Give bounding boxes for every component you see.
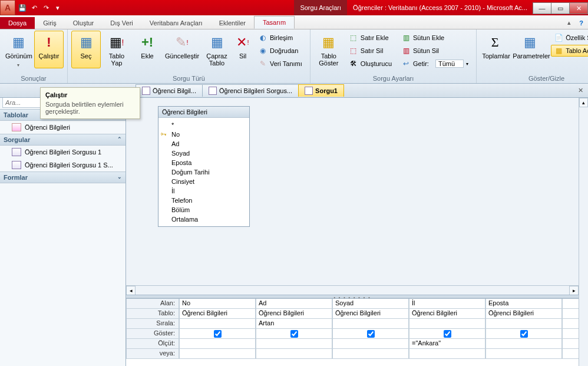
qbe-cell[interactable] [332, 339, 409, 349]
tab-design[interactable]: Tasarım [254, 16, 295, 29]
property-sheet-button[interactable]: 📄Özellik Sayfası [551, 32, 588, 44]
field-star[interactable]: * [171, 120, 249, 130]
update-button[interactable]: ✎! Güncelleştir [163, 31, 201, 68]
pane-splitter[interactable]: • • • • • • • • [126, 295, 579, 299]
qbe-cell[interactable] [562, 299, 579, 309]
field-item[interactable]: İl [171, 186, 249, 196]
qbe-cell[interactable]: Öğrenci Bilgileri [332, 309, 409, 319]
delete-query-button[interactable]: ✕! Sil [233, 31, 253, 68]
show-checkbox[interactable] [290, 330, 298, 338]
qbe-cell[interactable] [485, 349, 562, 359]
nav-item-query[interactable]: Öğrenci Bilgileri Sorgusu 1 S... [0, 159, 125, 172]
vertical-scrollbar[interactable]: ▴ [579, 98, 588, 366]
field-item[interactable]: Ortalama [171, 215, 249, 224]
insert-columns-button[interactable]: ▥Sütun Ekle [398, 32, 471, 44]
field-item[interactable]: No [171, 130, 249, 139]
qbe-cell[interactable] [562, 349, 579, 359]
qbe-cell[interactable] [256, 339, 332, 349]
table-names-button[interactable]: ▦Tablo Adları [551, 45, 588, 57]
qbe-cell[interactable] [562, 329, 579, 339]
scroll-up-icon[interactable]: ▴ [579, 98, 588, 107]
crosstab-button[interactable]: ▦ Çapraz Tablo [202, 31, 232, 68]
minimize-ribbon-icon[interactable]: ▴ [564, 17, 574, 29]
show-checkbox[interactable] [214, 330, 222, 338]
append-button[interactable]: +! Ekle [133, 31, 162, 68]
field-item[interactable]: Eposta [171, 158, 249, 167]
qbe-cell[interactable] [409, 349, 485, 359]
qbe-cell[interactable] [332, 319, 409, 329]
qbe-cell[interactable]: ="Ankara" [409, 339, 485, 349]
nav-group-forms[interactable]: Formlar⌄ [0, 172, 125, 183]
delete-rows-button[interactable]: ⬚Satır Sil [346, 45, 395, 57]
minimize-button[interactable]: — [533, 2, 551, 14]
field-item[interactable]: Doğum Tarihi [171, 167, 249, 177]
field-item[interactable]: Ad [171, 139, 249, 149]
qbe-cell[interactable]: İl [409, 299, 485, 309]
tab-create[interactable]: Oluştur [65, 17, 102, 29]
qbe-cell[interactable]: Öğrenci Bilgileri [179, 309, 256, 319]
collapse-icon[interactable]: ⌃ [117, 136, 122, 143]
qbe-cell[interactable] [256, 329, 332, 339]
passthrough-button[interactable]: ◉Doğrudan [255, 45, 305, 57]
doc-tab[interactable]: Öğrenci Bilgileri Sorgus... [202, 84, 299, 97]
field-item[interactable]: Telefon [171, 196, 249, 205]
maximize-button[interactable]: ▭ [551, 2, 570, 14]
qbe-cell[interactable] [179, 319, 256, 329]
qbe-cell[interactable] [485, 329, 562, 339]
qbe-cell[interactable] [409, 319, 485, 329]
qbe-cell[interactable] [485, 319, 562, 329]
horizontal-scrollbar[interactable]: ◂ ▸ [126, 285, 579, 295]
field-item[interactable]: Soyad [171, 149, 249, 158]
nav-item-table[interactable]: Öğrenci Bilgileri [0, 121, 125, 134]
file-tab[interactable]: Dosya [0, 17, 35, 29]
qbe-cell[interactable] [332, 349, 409, 359]
show-checkbox[interactable] [520, 330, 528, 338]
run-button[interactable]: ! Çalıştır [34, 31, 64, 68]
field-item[interactable]: Bölüm [171, 205, 249, 215]
doc-tab-active[interactable]: Sorgu1 [298, 84, 344, 97]
qbe-cell[interactable] [179, 339, 256, 349]
qbe-cell[interactable] [562, 309, 579, 319]
qbe-cell[interactable] [332, 329, 409, 339]
redo-icon[interactable] [41, 3, 51, 12]
qbe-cell[interactable]: Artan [256, 319, 332, 329]
qbe-cell[interactable] [562, 339, 579, 349]
qbe-cell[interactable] [485, 339, 562, 349]
qbe-cell[interactable]: Öğrenci Bilgileri [485, 309, 562, 319]
totals-button[interactable]: Σ Toplamlar [480, 31, 510, 68]
select-query-button[interactable]: ▦ Seç [71, 31, 101, 68]
insert-rows-button[interactable]: ⬚Satır Ekle [346, 32, 395, 44]
show-table-button[interactable]: ▦ Tablo Göster [314, 31, 343, 68]
union-button[interactable]: ◐Birleşim [255, 32, 305, 44]
nav-group-queries[interactable]: Sorgular⌃ [0, 134, 125, 146]
qbe-cell[interactable] [179, 329, 256, 339]
qat-customize-icon[interactable]: ▾ [53, 3, 62, 12]
qbe-cell[interactable] [409, 329, 485, 339]
expand-icon[interactable]: ⌄ [117, 174, 122, 181]
table-pane[interactable]: Öğrenci Bilgileri * No Ad Soyad Eposta D… [126, 98, 588, 295]
nav-item-query[interactable]: Öğrenci Bilgileri Sorgusu 1 [0, 146, 125, 159]
builder-button[interactable]: 🛠Oluşturucu [346, 58, 395, 70]
data-definition-button[interactable]: ✎Veri Tanımı [255, 58, 305, 70]
qbe-cell[interactable] [256, 349, 332, 359]
qbe-cell[interactable]: No [179, 299, 256, 309]
tab-database-tools[interactable]: Veritabanı Araçları [141, 17, 211, 29]
scroll-left-icon[interactable]: ◂ [126, 286, 136, 295]
tab-home[interactable]: Giriş [35, 17, 65, 29]
qbe-cell[interactable]: Eposta [485, 299, 562, 309]
qbe-cell[interactable] [562, 319, 579, 329]
doc-tab[interactable]: Öğrenci Bilgil... [136, 84, 203, 97]
field-list[interactable]: Öğrenci Bilgileri * No Ad Soyad Eposta D… [158, 106, 250, 227]
make-table-button[interactable]: ▦! Tablo Yap [102, 31, 131, 68]
qbe-cell[interactable]: Öğrenci Bilgileri [256, 309, 332, 319]
undo-icon[interactable] [29, 3, 39, 12]
close-button[interactable]: ✕ [569, 2, 588, 14]
qbe-cell[interactable]: Ad [256, 299, 332, 309]
show-checkbox[interactable] [367, 330, 375, 338]
scroll-right-icon[interactable]: ▸ [569, 286, 579, 295]
return-button[interactable]: ↩Getir: Tümü▾ [398, 58, 471, 70]
field-item[interactable]: Cinsiyet [171, 177, 249, 186]
qbe-cell[interactable]: Öğrenci Bilgileri [409, 309, 485, 319]
delete-columns-button[interactable]: ▥Sütun Sil [398, 45, 471, 57]
save-icon[interactable] [18, 3, 27, 12]
